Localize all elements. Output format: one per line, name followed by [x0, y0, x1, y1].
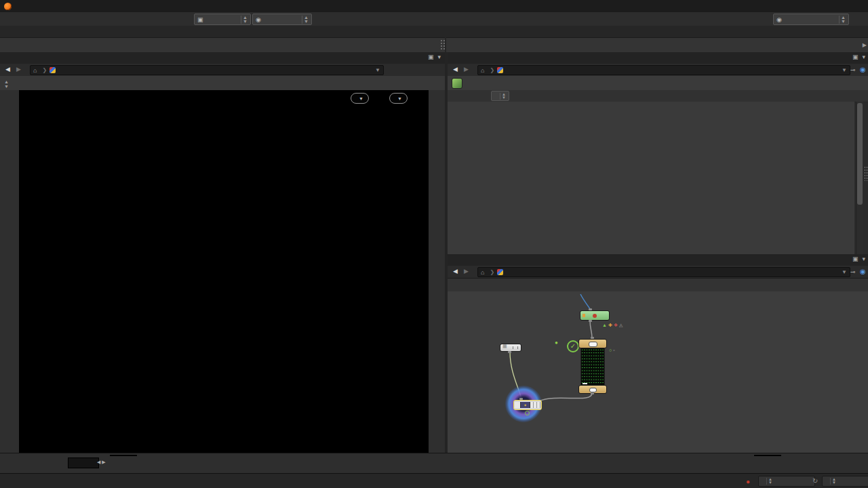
- node-output-stub[interactable]: [591, 392, 594, 394]
- pane-maximize-icon[interactable]: ▣: [852, 256, 859, 262]
- pane-menu-icon[interactable]: ▾: [862, 54, 865, 60]
- geo-node-icon: [50, 67, 56, 73]
- houdini-logo-icon: [4, 3, 12, 10]
- param-pane-tabs-row: ▣▾: [448, 52, 868, 64]
- node-flag-right: [530, 402, 540, 408]
- pane-maximize-icon[interactable]: ▣: [428, 54, 434, 60]
- desktop-selector[interactable]: ▣ ▲▼: [194, 14, 251, 25]
- scrollbar-thumb[interactable]: [857, 103, 863, 205]
- grid-icon: ▦: [502, 344, 507, 349]
- error-badge-icon[interactable]: ●: [746, 478, 750, 485]
- menu-bar: ▣ ▲▼ ◉ ▲▼ ◉ ▲▼: [0, 12, 868, 26]
- param-breadcrumb[interactable]: ⌂ ❯ ▼: [477, 65, 850, 75]
- scene-breadcrumb[interactable]: ⌂ ❯ ▼: [30, 65, 384, 75]
- shelf: ▶: [0, 26, 868, 52]
- current-frame-field[interactable]: [68, 458, 99, 468]
- volume-trail-node-icon: [452, 78, 462, 89]
- node-badges: ▲✚❖◬: [602, 323, 623, 327]
- pane-menu-icon[interactable]: ▾: [437, 54, 441, 60]
- network-breadcrumb[interactable]: ⌂ ❯ ▼: [477, 267, 850, 277]
- main-selector-spinner[interactable]: ▲▼: [302, 16, 310, 24]
- right-desktop-icon: ◉: [776, 16, 782, 23]
- desktop-selector-spinner[interactable]: ▲▼: [241, 16, 249, 24]
- network-pane-controls[interactable]: ▣▾: [852, 256, 865, 262]
- projection-selector[interactable]: ▼: [351, 93, 369, 104]
- shelf-overflow-arrow[interactable]: ▶: [863, 42, 867, 48]
- network-path-bar: ◀ ▶ ⌂ ❯ ▼ ⊸ ◉: [448, 266, 868, 279]
- radial-menu-icon[interactable]: ◉: [860, 268, 866, 275]
- update-mode-selector[interactable]: ▲▼: [822, 476, 868, 487]
- geo-node-icon: [497, 67, 503, 73]
- view-menu-icon[interactable]: ▲▼: [4, 79, 9, 89]
- param-header: [448, 76, 868, 91]
- radial-menu-icon[interactable]: ◉: [860, 66, 866, 73]
- node-flag[interactable]: [583, 314, 585, 317]
- node-volumetrail1-selected[interactable]: ✦: [513, 400, 542, 410]
- view-toolbar: ▲▼: [0, 76, 445, 91]
- range-end-field[interactable]: [754, 455, 781, 456]
- shelf-divider-grip[interactable]: [440, 39, 446, 50]
- node-output-stub[interactable]: [508, 351, 511, 353]
- path-dropdown-icon[interactable]: ▼: [842, 67, 847, 73]
- pane-resize-grip[interactable]: [864, 166, 868, 181]
- param-scrollbar[interactable]: [856, 102, 863, 254]
- parameter-list: [448, 102, 854, 254]
- param-path-bar: ◀ ▶ ⌂ ❯ ▼ ⊸ ◉: [448, 64, 868, 77]
- cache-frame-badge: ●: [555, 340, 558, 346]
- forward-arrow-icon[interactable]: ▶: [464, 66, 469, 73]
- velocity-trails-and-model: [19, 90, 429, 453]
- thumbnail-marker: [583, 383, 587, 384]
- path-dropdown-icon[interactable]: ▼: [375, 67, 380, 73]
- main-view-selector[interactable]: ◉ ▲▼: [252, 14, 312, 25]
- scene-path-bar: ◀ ▶ ⌂ ❯ ▼: [0, 64, 445, 77]
- radial-icon: ◉: [256, 16, 261, 23]
- title-bar: [0, 0, 868, 13]
- root-icon: ⌂: [33, 67, 37, 74]
- viewport-canvas[interactable]: [19, 90, 429, 453]
- filecache-icon: [589, 342, 597, 347]
- scene-pane-tabs-row: ▣▾: [0, 52, 445, 64]
- viewport[interactable]: ▼ ▼: [0, 90, 448, 453]
- status-bar: ● ▲▼ ↻ ▲▼: [0, 473, 868, 488]
- node-flag-left: [515, 402, 521, 408]
- back-arrow-icon[interactable]: ◀: [5, 66, 10, 73]
- pin-icon[interactable]: ⊸: [850, 268, 856, 275]
- desktop-icon: ▣: [197, 16, 203, 23]
- node-pyrosolver[interactable]: [580, 310, 610, 321]
- pane-maximize-icon[interactable]: ▣: [852, 54, 859, 60]
- node-output-stub[interactable]: [589, 320, 592, 322]
- asset-name-selector[interactable]: ▲▼: [491, 91, 509, 101]
- node-badges: ○▫: [609, 348, 615, 352]
- refresh-icon[interactable]: ↻: [812, 477, 818, 485]
- volumetrail-icon: ✦: [521, 402, 530, 408]
- right-selector-spinner[interactable]: ▲▼: [839, 16, 847, 24]
- camera-selector[interactable]: ▼: [389, 93, 408, 104]
- root-icon: ⌂: [481, 67, 484, 74]
- houdini-window: ▣ ▲▼ ◉ ▲▼ ◉ ▲▼ ▶ ▣▾ ◀ ▶ ⌂ ❯: [0, 0, 868, 488]
- scene-pane-controls[interactable]: ▣▾: [428, 54, 441, 60]
- node-thumbnail: [580, 348, 605, 386]
- pane-menu-icon[interactable]: ▾: [862, 256, 865, 262]
- network-editor-canvas[interactable]: ▲✚❖◬ ● ✓ ○▫ ▦ ✦: [448, 291, 868, 453]
- range-start-field[interactable]: [110, 455, 137, 456]
- param-pane-controls[interactable]: ▣▾: [852, 54, 865, 60]
- breadcrumb-separator: ❯: [490, 269, 494, 275]
- pin-icon[interactable]: ⊸: [850, 66, 856, 73]
- back-arrow-icon[interactable]: ◀: [453, 66, 458, 73]
- path-dropdown-icon[interactable]: ▼: [842, 269, 847, 275]
- forward-arrow-icon[interactable]: ▶: [16, 66, 21, 73]
- back-arrow-icon[interactable]: ◀: [453, 268, 458, 274]
- right-desktop-selector[interactable]: ◉ ▲▼: [773, 14, 849, 25]
- playbar: ◀ ▶ ↻ ▼: [0, 453, 868, 474]
- cache-valid-check-icon: ✓: [567, 340, 579, 352]
- network-pane-tabs-row: ▣▾: [448, 254, 868, 266]
- node-filecache-top[interactable]: [578, 339, 607, 348]
- context-path-selector[interactable]: ▲▼: [758, 476, 815, 487]
- breadcrumb-separator: ❯: [42, 67, 47, 73]
- pyro-icon: [593, 314, 597, 318]
- node-display-badge: [525, 411, 530, 415]
- root-icon: ⌂: [481, 269, 484, 276]
- frame-step-buttons[interactable]: ◀ ▶: [97, 460, 106, 465]
- forward-arrow-icon[interactable]: ▶: [464, 268, 469, 274]
- asset-name-row: ▲▼: [448, 90, 868, 102]
